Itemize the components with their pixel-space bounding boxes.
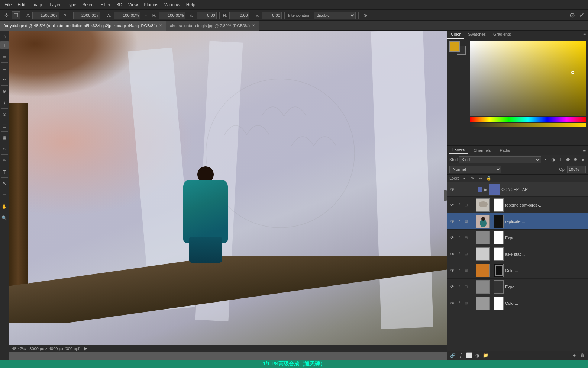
gradients-tab[interactable]: Gradients (490, 31, 515, 39)
layer-item-birds[interactable]: 👁 ƒ ⊞ topping.com-birds-... (447, 197, 588, 213)
healing-tool[interactable]: ⊕ (0, 87, 9, 95)
layer-fx-color2[interactable]: ƒ (457, 301, 462, 306)
eraser-tool[interactable]: ◻ (0, 122, 9, 130)
layer-item-expo1[interactable]: 👁 ƒ ⊞ Expo... (447, 230, 588, 246)
paths-tab[interactable]: Paths (497, 147, 513, 154)
link-layers-button[interactable]: 🔗 (449, 352, 456, 359)
layer-mask-replicate[interactable] (494, 215, 504, 228)
foreground-color[interactable] (449, 41, 460, 52)
menu-file[interactable]: File (1, 1, 14, 8)
lock-all-icon[interactable]: 🔒 (486, 175, 492, 181)
move-tool-icon[interactable]: ⊹ (2, 11, 10, 19)
group-mask-icon[interactable] (470, 187, 475, 192)
new-layer-button[interactable]: + (571, 352, 578, 359)
v-input[interactable] (262, 12, 282, 19)
layer-vis-expo1[interactable]: 👁 (449, 235, 455, 241)
group-expand-arrow[interactable]: ▶ (484, 188, 487, 192)
menu-layer[interactable]: Layer (46, 1, 64, 8)
layer-mask-birds[interactable] (494, 198, 504, 212)
layer-mask-expo1[interactable] (494, 231, 504, 244)
layer-vis-replicate[interactable]: 👁 (449, 218, 455, 224)
menu-help[interactable]: Help (183, 1, 198, 8)
layer-mask-color2[interactable] (494, 297, 504, 310)
layer-mask-expo2[interactable] (494, 280, 504, 294)
angle-icon[interactable]: △ (187, 11, 195, 19)
filter-shape-icon[interactable]: ⬟ (565, 157, 571, 163)
layer-vis-color2[interactable]: 👁 (449, 300, 455, 306)
selection-tool[interactable]: ▭ (0, 52, 9, 61)
group-fx-icon[interactable] (457, 187, 462, 192)
group-thumbnail[interactable] (489, 184, 500, 195)
layer-link-luke[interactable]: ⊞ (463, 252, 469, 257)
home-icon[interactable]: ⌂ (0, 32, 9, 40)
layer-vis-expo2[interactable]: 👁 (449, 284, 455, 290)
layer-mask-luke[interactable] (494, 247, 504, 261)
filter-pixel-icon[interactable]: ▪ (543, 157, 549, 163)
type-tool[interactable]: T (0, 168, 9, 176)
blend-mode-select[interactable]: Normal Multiply Screen Overlay (449, 166, 501, 173)
w-input[interactable] (114, 12, 140, 19)
layer-item-luke[interactable]: 👁 ƒ ⊞ luke-stac... (447, 246, 588, 262)
layer-fx-color1[interactable]: ƒ (457, 268, 462, 273)
layer-fx-birds[interactable]: ƒ (457, 202, 462, 208)
move-tool[interactable]: ✛ (0, 41, 9, 49)
tab-aksara[interactable]: aksara lontara bugis.jpg @ 7,89% (RGB/8#… (166, 21, 259, 31)
rotate-icon[interactable]: ↻ (61, 11, 69, 19)
shape-tool[interactable]: ▭ (0, 191, 9, 199)
filter-adj-icon[interactable]: ◑ (550, 157, 556, 163)
transform-options-icon[interactable] (12, 11, 20, 19)
cancel-transform-button[interactable]: ⊘ (568, 11, 576, 19)
link-icon[interactable]: ∞ (142, 11, 150, 19)
menu-window[interactable]: Window (161, 1, 183, 8)
layer-item-expo2[interactable]: 👁 ƒ ⊞ Expo... (447, 279, 588, 295)
layer-mask-color1[interactable] (494, 264, 504, 277)
add-style-button[interactable]: ƒ (458, 352, 464, 359)
lock-artboard-icon[interactable]: ↔ (478, 175, 484, 181)
gradient-tool[interactable]: ▦ (0, 133, 9, 141)
menu-3d[interactable]: 3D (113, 1, 125, 8)
new-group-button[interactable]: 📁 (482, 352, 489, 359)
add-mask-button[interactable]: ⬜ (466, 352, 472, 359)
layer-item-replicate[interactable]: 👁 ƒ ⊞ replicate-... (447, 213, 588, 230)
dodge-tool[interactable]: ○ (0, 145, 9, 153)
layer-vis-birds[interactable]: 👁 (449, 202, 455, 208)
layer-fx-expo2[interactable]: ƒ (457, 284, 462, 289)
layer-link-color2[interactable]: ⊞ (463, 301, 469, 306)
menu-type[interactable]: Type (64, 1, 79, 8)
h2-input[interactable] (229, 12, 249, 19)
layer-group-header-concept-art[interactable]: 👁 ▶ CONCEPT ART (447, 182, 588, 196)
channels-tab[interactable]: Channels (471, 147, 494, 154)
opacity-input[interactable] (567, 166, 586, 173)
layers-tab[interactable]: Layers (449, 147, 468, 154)
layer-link-replicate[interactable]: ⊞ (463, 219, 469, 224)
eyedropper-tool[interactable]: ✒ (0, 76, 9, 84)
path-selection-tool[interactable]: ↖ (0, 179, 9, 188)
layer-fx-expo1[interactable]: ƒ (457, 235, 462, 240)
layer-link-birds[interactable]: ⊞ (463, 202, 469, 208)
filter-select[interactable]: Kind (459, 156, 541, 163)
filter-type-icon[interactable]: T (558, 157, 563, 163)
tab-close-2[interactable]: ✕ (252, 23, 255, 28)
menu-view[interactable]: View (125, 1, 141, 8)
layers-panel-menu[interactable]: ≡ (583, 148, 586, 153)
h-input[interactable] (159, 12, 185, 19)
canvas-area[interactable]: 48,47% 3000 px × 4000 px (300 ppi) ▶ (9, 31, 447, 360)
interpolation-select[interactable]: Bicubic Bilinear Nearest Neighbor (314, 12, 356, 19)
menu-plugins[interactable]: Plugins (141, 1, 161, 8)
layer-item-color2[interactable]: 👁 ƒ ⊞ Color... (447, 295, 588, 311)
layer-vis-luke[interactable]: 👁 (449, 251, 455, 257)
tab-close-1[interactable]: ✕ (159, 23, 162, 28)
layer-fx-luke[interactable]: ƒ (457, 252, 462, 257)
filter-smart-icon[interactable]: ⚙ (572, 157, 578, 163)
group-visibility-icon[interactable]: 👁 (449, 186, 455, 192)
group-link-icon[interactable] (463, 187, 469, 192)
new-adjustment-button[interactable]: ◑ (474, 352, 481, 359)
panel-resize-handle[interactable] (444, 190, 447, 201)
delete-layer-button[interactable]: 🗑 (579, 352, 586, 359)
color-panel-menu[interactable]: ≡ (581, 31, 588, 39)
lock-position-icon[interactable]: ✎ (469, 175, 475, 181)
color-gradient-picker[interactable] (470, 41, 586, 116)
x-input[interactable] (32, 12, 59, 19)
swatches-tab[interactable]: Swatches (464, 31, 490, 39)
layer-link-color1[interactable]: ⊞ (463, 268, 469, 273)
